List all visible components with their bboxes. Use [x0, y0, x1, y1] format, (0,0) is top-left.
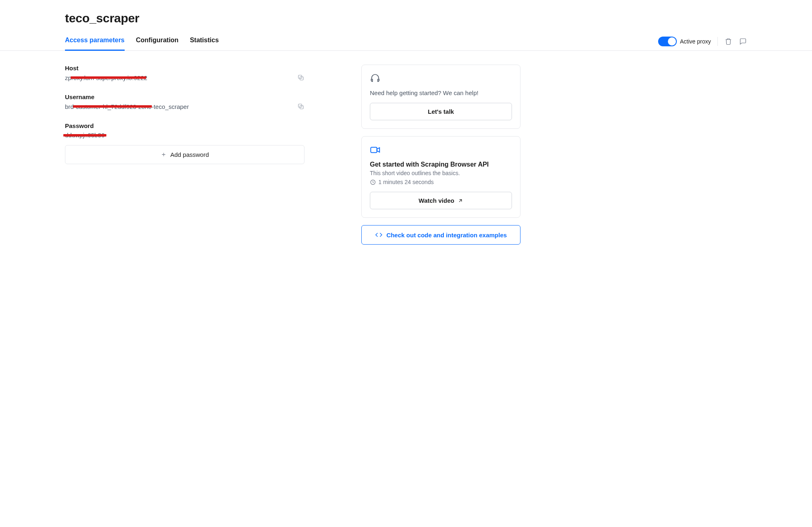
- copy-icon: [297, 74, 304, 81]
- comment-button[interactable]: [739, 37, 747, 46]
- tabs: Access parameters Configuration Statisti…: [65, 37, 219, 50]
- username-value: brd-customer-hl_72ddf923-zone-teco_scrap…: [65, 103, 189, 110]
- toggle-label: Active proxy: [680, 38, 711, 45]
- redaction-mark: [73, 105, 114, 108]
- add-password-button[interactable]: ＋ Add password: [65, 145, 304, 164]
- tab-statistics[interactable]: Statistics: [190, 37, 219, 51]
- password-value: dduwpjn05b36: [65, 132, 105, 139]
- page-title: teco_scraper: [65, 11, 747, 25]
- video-icon: [370, 145, 512, 155]
- comment-icon: [739, 38, 747, 45]
- redaction-mark: [114, 105, 152, 108]
- username-field: Username brd-customer-hl_72ddf923-zone-t…: [65, 93, 304, 110]
- active-proxy-toggle[interactable]: Active proxy: [658, 37, 711, 46]
- trash-icon: [725, 38, 732, 45]
- help-card-text: Need help getting started? We can help!: [370, 89, 512, 96]
- host-label: Host: [65, 65, 304, 72]
- external-link-icon: [458, 198, 463, 204]
- delete-button[interactable]: [724, 37, 732, 46]
- code-examples-button[interactable]: Check out code and integration examples: [361, 225, 520, 245]
- copy-username-button[interactable]: [297, 103, 304, 110]
- host-field: Host zproxy.lum-superproxy.io:9222: [65, 65, 304, 81]
- help-card: Need help getting started? We can help! …: [361, 65, 520, 129]
- host-value: zproxy.lum-superproxy.io:9222: [65, 74, 147, 81]
- divider: [717, 37, 718, 46]
- username-label: Username: [65, 93, 304, 100]
- lets-talk-button[interactable]: Let's talk: [370, 103, 512, 120]
- plus-icon: ＋: [160, 150, 167, 159]
- watch-video-button[interactable]: Watch video: [370, 192, 512, 209]
- headset-icon: [370, 73, 512, 84]
- clock-icon: [370, 179, 376, 185]
- svg-rect-4: [371, 147, 377, 153]
- code-icon: [375, 231, 382, 239]
- tab-configuration[interactable]: Configuration: [136, 37, 179, 51]
- video-card-subtitle: This short video outlines the basics.: [370, 170, 512, 176]
- password-label: Password: [65, 122, 304, 129]
- redaction-mark: [71, 76, 146, 79]
- tab-access-parameters[interactable]: Access parameters: [65, 37, 125, 51]
- video-card-duration: 1 minutes 24 seconds: [370, 179, 512, 185]
- redaction-mark: [63, 134, 106, 137]
- copy-icon: [297, 103, 304, 110]
- copy-host-button[interactable]: [297, 74, 304, 81]
- add-password-label: Add password: [170, 151, 209, 158]
- password-field: Password dduwpjn05b36 ＋ Add password: [65, 122, 304, 164]
- video-card-title: Get started with Scraping Browser API: [370, 161, 512, 168]
- video-card: Get started with Scraping Browser API Th…: [361, 136, 520, 218]
